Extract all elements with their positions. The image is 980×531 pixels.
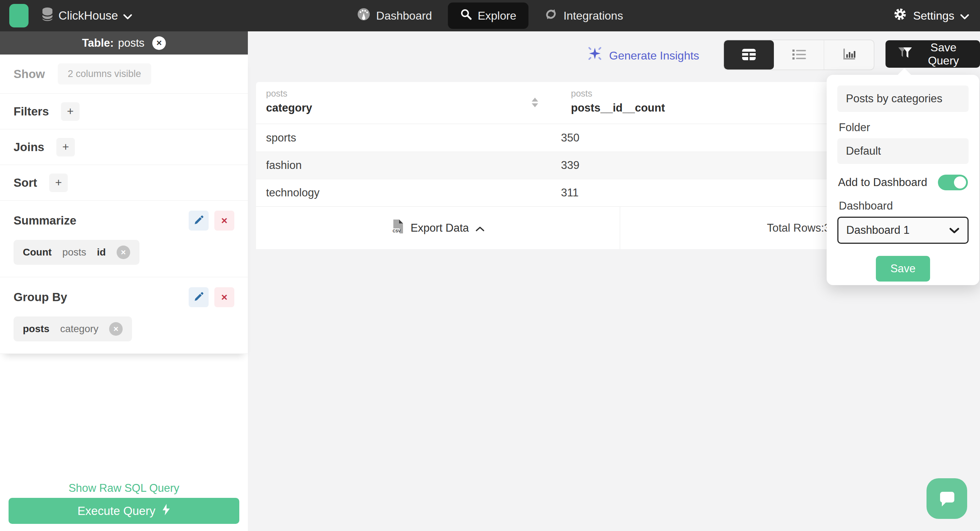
table-row: technology 311: [256, 179, 832, 206]
columns-visible-chip[interactable]: 2 columns visible: [58, 63, 151, 84]
pencil-icon: [193, 215, 204, 227]
table-view-button[interactable]: [724, 40, 774, 70]
csv-file-icon: CSV: [391, 219, 404, 237]
main-tabs: Dashboard Explore: [357, 3, 623, 29]
chat-button[interactable]: [926, 478, 967, 519]
cell-category: sports: [256, 132, 561, 144]
generate-insights-label: Generate Insights: [609, 49, 699, 62]
bar-chart-icon: [842, 48, 857, 62]
edit-summarize-button[interactable]: [189, 211, 208, 231]
remove-group-by-chip-button[interactable]: ×: [109, 322, 123, 336]
table-banner: Table: posts ×: [0, 32, 248, 54]
table-banner-name: posts: [118, 37, 145, 49]
top-nav: ClickHouse Dashboard: [0, 0, 980, 32]
group-by-chip[interactable]: posts category ×: [14, 317, 132, 341]
tab-integrations[interactable]: Integrations: [544, 8, 623, 24]
summarize-agg: Count: [23, 247, 52, 258]
save-query-label: Save Query: [919, 41, 968, 67]
summarize-label: Summarize: [14, 214, 76, 227]
sync-icon: [544, 8, 558, 24]
add-to-dashboard-toggle[interactable]: [938, 174, 968, 190]
show-label: Show: [14, 67, 45, 81]
export-data-label: Export Data: [410, 222, 469, 235]
tab-dashboard[interactable]: Dashboard: [357, 8, 432, 24]
save-query-button[interactable]: Save Query: [886, 40, 980, 68]
list-icon: [791, 48, 807, 62]
add-to-dashboard-label: Add to Dashboard: [838, 176, 927, 189]
settings-label: Settings: [913, 9, 955, 22]
column-group: posts: [266, 89, 561, 99]
chevron-down-icon: [949, 224, 960, 237]
chat-bubble-icon: [937, 488, 957, 510]
chart-view-button[interactable]: [824, 40, 874, 70]
dashboard-gauge-icon: [357, 8, 371, 24]
filters-label: Filters: [14, 105, 49, 118]
column-header-category[interactable]: posts category: [256, 82, 561, 124]
query-name-input[interactable]: [837, 86, 969, 112]
settings-menu[interactable]: Settings: [893, 7, 969, 24]
chevron-up-icon: [476, 222, 485, 235]
search-icon: [460, 8, 472, 23]
remove-summarize-chip-button[interactable]: ×: [117, 246, 130, 259]
close-table-button[interactable]: ×: [152, 36, 166, 50]
summarize-section: Summarize ×: [0, 201, 248, 277]
folder-input[interactable]: [837, 138, 969, 164]
results-table: posts category posts posts__id__count sp…: [256, 82, 832, 249]
column-name: posts__id__count: [571, 101, 832, 114]
tab-dashboard-label: Dashboard: [376, 9, 432, 22]
add-sort-button[interactable]: +: [49, 174, 68, 192]
cell-count: 350: [561, 132, 832, 144]
delete-group-by-button[interactable]: ×: [214, 287, 234, 307]
column-header-count[interactable]: posts posts__id__count: [561, 82, 832, 124]
app-logo[interactable]: [9, 4, 29, 27]
generate-insights-button[interactable]: Generate Insights: [588, 46, 699, 65]
group-by-section: Group By ×: [0, 277, 248, 354]
view-mode-toggle: [723, 40, 875, 70]
svg-text:CSV: CSV: [393, 229, 401, 233]
save-query-popover: Folder Add to Dashboard Dashboard Dashbo…: [827, 75, 979, 285]
dashboard-select[interactable]: Dashboard 1: [837, 217, 969, 244]
delete-summarize-button[interactable]: ×: [214, 211, 234, 231]
dashboard-select-value: Dashboard 1: [846, 224, 910, 237]
execute-query-button[interactable]: Execute Query: [8, 498, 239, 524]
popover-arrow: [897, 68, 912, 82]
show-raw-sql-link[interactable]: Show Raw SQL Query: [0, 482, 248, 495]
folder-label: Folder: [839, 121, 967, 134]
add-join-button[interactable]: +: [56, 138, 75, 157]
sort-label: Sort: [14, 176, 37, 190]
toggle-knob: [954, 176, 966, 189]
summarize-chip[interactable]: Count posts id ×: [14, 240, 140, 265]
list-view-button[interactable]: [774, 40, 824, 70]
summarize-column: id: [97, 247, 106, 258]
column-name: category: [266, 101, 561, 114]
joins-section: Joins +: [0, 129, 248, 165]
database-icon: [41, 7, 54, 24]
group-by-column: category: [60, 323, 99, 334]
database-selector[interactable]: ClickHouse: [41, 7, 132, 24]
group-by-label: Group By: [14, 290, 67, 304]
execute-query-label: Execute Query: [77, 504, 155, 518]
group-by-table: posts: [23, 323, 49, 334]
table-grid-icon: [741, 48, 757, 62]
sort-section: Sort +: [0, 165, 248, 201]
query-builder-sidebar: Table: posts × Show 2 columns visible Fi…: [0, 32, 248, 531]
tab-explore[interactable]: Explore: [447, 3, 528, 29]
summarize-table: posts: [62, 247, 86, 258]
total-rows: Total Rows: 3: [620, 207, 832, 249]
pencil-icon: [193, 292, 204, 303]
cell-count: 311: [561, 186, 832, 199]
export-data-button[interactable]: CSV Export Data: [256, 207, 620, 249]
cell-count: 339: [561, 159, 832, 172]
cell-category: technology: [256, 186, 561, 199]
brand-name: ClickHouse: [59, 9, 118, 22]
sort-toggle-icon[interactable]: [532, 98, 538, 107]
save-button[interactable]: Save: [876, 256, 930, 282]
table-row: sports 350: [256, 124, 832, 151]
edit-group-by-button[interactable]: [189, 287, 208, 307]
chevron-down-icon: [960, 9, 969, 22]
app-root: ClickHouse Dashboard: [0, 0, 980, 531]
cell-category: fashion: [256, 159, 561, 172]
add-filter-button[interactable]: +: [61, 102, 80, 121]
filters-section: Filters +: [0, 94, 248, 129]
chevron-down-icon: [123, 9, 132, 22]
